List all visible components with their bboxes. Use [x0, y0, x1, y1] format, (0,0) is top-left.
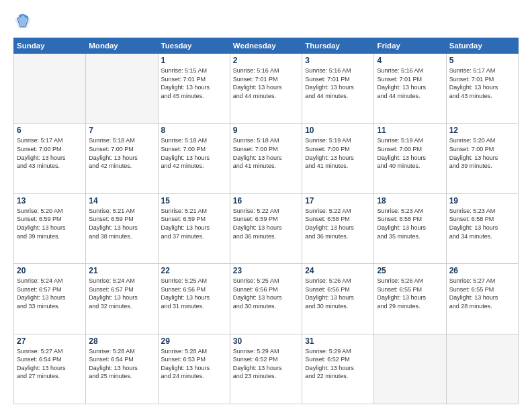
day-cell: 3Sunrise: 5:16 AM Sunset: 7:01 PM Daylig…: [302, 54, 374, 124]
day-info: Sunrise: 5:29 AM Sunset: 6:52 PM Dayligh…: [233, 347, 299, 381]
day-cell: [14, 54, 86, 124]
day-info: Sunrise: 5:22 AM Sunset: 6:58 PM Dayligh…: [305, 207, 371, 240]
logo-icon: [13, 12, 32, 31]
day-cell: 12Sunrise: 5:20 AM Sunset: 7:00 PM Dayli…: [446, 124, 518, 193]
weekday-header-tuesday: Tuesday: [158, 38, 230, 54]
day-number: 24: [305, 266, 371, 275]
week-row-4: 20Sunrise: 5:24 AM Sunset: 6:57 PM Dayli…: [14, 264, 519, 334]
day-number: 19: [449, 196, 515, 205]
day-info: Sunrise: 5:19 AM Sunset: 7:00 PM Dayligh…: [305, 136, 371, 170]
day-info: Sunrise: 5:19 AM Sunset: 7:00 PM Dayligh…: [377, 136, 443, 170]
day-info: Sunrise: 5:26 AM Sunset: 6:55 PM Dayligh…: [377, 277, 443, 310]
weekday-header-monday: Monday: [86, 38, 158, 54]
week-row-3: 13Sunrise: 5:20 AM Sunset: 6:59 PM Dayli…: [14, 193, 519, 263]
day-info: Sunrise: 5:23 AM Sunset: 6:58 PM Dayligh…: [377, 207, 443, 240]
day-number: 9: [233, 126, 299, 135]
day-info: Sunrise: 5:25 AM Sunset: 6:56 PM Dayligh…: [161, 277, 227, 310]
week-row-5: 27Sunrise: 5:27 AM Sunset: 6:54 PM Dayli…: [14, 334, 519, 404]
weekday-header-friday: Friday: [374, 38, 446, 54]
day-number: 17: [305, 196, 371, 205]
day-cell: 31Sunrise: 5:29 AM Sunset: 6:52 PM Dayli…: [302, 334, 374, 404]
day-info: Sunrise: 5:20 AM Sunset: 7:00 PM Dayligh…: [449, 136, 515, 170]
weekday-header-wednesday: Wednesday: [230, 38, 302, 54]
day-info: Sunrise: 5:24 AM Sunset: 6:57 PM Dayligh…: [17, 277, 83, 310]
day-info: Sunrise: 5:16 AM Sunset: 7:01 PM Dayligh…: [305, 66, 371, 100]
day-cell: 4Sunrise: 5:16 AM Sunset: 7:01 PM Daylig…: [374, 54, 446, 124]
calendar-table: SundayMondayTuesdayWednesdayThursdayFrid…: [13, 38, 519, 404]
day-info: Sunrise: 5:16 AM Sunset: 7:01 PM Dayligh…: [233, 66, 299, 100]
day-number: 22: [161, 266, 227, 275]
day-cell: 6Sunrise: 5:17 AM Sunset: 7:00 PM Daylig…: [14, 124, 86, 193]
day-cell: 9Sunrise: 5:18 AM Sunset: 7:00 PM Daylig…: [230, 124, 302, 193]
day-number: 14: [89, 196, 154, 205]
day-cell: 26Sunrise: 5:27 AM Sunset: 6:55 PM Dayli…: [446, 264, 518, 334]
day-cell: 29Sunrise: 5:28 AM Sunset: 6:53 PM Dayli…: [158, 334, 230, 404]
day-cell: 15Sunrise: 5:21 AM Sunset: 6:59 PM Dayli…: [158, 193, 230, 263]
day-cell: 22Sunrise: 5:25 AM Sunset: 6:56 PM Dayli…: [158, 264, 230, 334]
day-info: Sunrise: 5:15 AM Sunset: 7:01 PM Dayligh…: [161, 66, 227, 100]
day-info: Sunrise: 5:26 AM Sunset: 6:56 PM Dayligh…: [305, 277, 371, 310]
day-number: 2: [233, 56, 299, 65]
day-cell: 8Sunrise: 5:18 AM Sunset: 7:00 PM Daylig…: [158, 124, 230, 193]
day-number: 15: [161, 196, 227, 205]
day-number: 23: [233, 266, 299, 275]
day-number: 18: [377, 196, 443, 205]
day-cell: 21Sunrise: 5:24 AM Sunset: 6:57 PM Dayli…: [86, 264, 158, 334]
day-info: Sunrise: 5:18 AM Sunset: 7:00 PM Dayligh…: [161, 136, 227, 170]
day-cell: 18Sunrise: 5:23 AM Sunset: 6:58 PM Dayli…: [374, 193, 446, 263]
day-cell: 1Sunrise: 5:15 AM Sunset: 7:01 PM Daylig…: [158, 54, 230, 124]
day-cell: 17Sunrise: 5:22 AM Sunset: 6:58 PM Dayli…: [302, 193, 374, 263]
logo: [13, 12, 35, 31]
day-cell: 28Sunrise: 5:28 AM Sunset: 6:54 PM Dayli…: [86, 334, 158, 404]
day-number: 1: [161, 56, 227, 65]
day-info: Sunrise: 5:20 AM Sunset: 6:59 PM Dayligh…: [17, 207, 83, 240]
day-number: 20: [17, 266, 83, 275]
header: [13, 12, 519, 31]
day-info: Sunrise: 5:23 AM Sunset: 6:58 PM Dayligh…: [449, 207, 515, 240]
day-info: Sunrise: 5:21 AM Sunset: 6:59 PM Dayligh…: [89, 207, 154, 240]
day-number: 28: [89, 336, 154, 346]
day-cell: 2Sunrise: 5:16 AM Sunset: 7:01 PM Daylig…: [230, 54, 302, 124]
day-info: Sunrise: 5:17 AM Sunset: 7:01 PM Dayligh…: [449, 66, 515, 100]
day-info: Sunrise: 5:18 AM Sunset: 7:00 PM Dayligh…: [233, 136, 299, 170]
day-number: 21: [89, 266, 154, 275]
day-cell: 19Sunrise: 5:23 AM Sunset: 6:58 PM Dayli…: [446, 193, 518, 263]
day-info: Sunrise: 5:29 AM Sunset: 6:52 PM Dayligh…: [305, 347, 371, 381]
day-info: Sunrise: 5:27 AM Sunset: 6:55 PM Dayligh…: [449, 277, 515, 310]
day-cell: 10Sunrise: 5:19 AM Sunset: 7:00 PM Dayli…: [302, 124, 374, 193]
day-cell: 7Sunrise: 5:18 AM Sunset: 7:00 PM Daylig…: [86, 124, 158, 193]
day-info: Sunrise: 5:18 AM Sunset: 7:00 PM Dayligh…: [89, 136, 154, 170]
weekday-header-row: SundayMondayTuesdayWednesdayThursdayFrid…: [14, 38, 519, 54]
day-cell: 20Sunrise: 5:24 AM Sunset: 6:57 PM Dayli…: [14, 264, 86, 334]
day-info: Sunrise: 5:28 AM Sunset: 6:54 PM Dayligh…: [89, 347, 154, 381]
day-number: 12: [449, 126, 515, 135]
day-cell: 14Sunrise: 5:21 AM Sunset: 6:59 PM Dayli…: [86, 193, 158, 263]
day-number: 5: [449, 56, 515, 65]
day-info: Sunrise: 5:27 AM Sunset: 6:54 PM Dayligh…: [17, 347, 83, 381]
day-number: 6: [17, 126, 83, 135]
day-number: 7: [89, 126, 154, 135]
day-cell: 24Sunrise: 5:26 AM Sunset: 6:56 PM Dayli…: [302, 264, 374, 334]
day-number: 26: [449, 266, 515, 275]
day-number: 11: [377, 126, 443, 135]
day-number: 8: [161, 126, 227, 135]
day-info: Sunrise: 5:22 AM Sunset: 6:59 PM Dayligh…: [233, 207, 299, 240]
day-cell: [86, 54, 158, 124]
day-info: Sunrise: 5:28 AM Sunset: 6:53 PM Dayligh…: [161, 347, 227, 381]
day-cell: 25Sunrise: 5:26 AM Sunset: 6:55 PM Dayli…: [374, 264, 446, 334]
day-cell: 23Sunrise: 5:25 AM Sunset: 6:56 PM Dayli…: [230, 264, 302, 334]
day-info: Sunrise: 5:16 AM Sunset: 7:01 PM Dayligh…: [377, 66, 443, 100]
day-number: 29: [161, 336, 227, 346]
day-number: 13: [17, 196, 83, 205]
page: SundayMondayTuesdayWednesdayThursdayFrid…: [0, 0, 532, 411]
weekday-header-sunday: Sunday: [14, 38, 86, 54]
day-cell: 5Sunrise: 5:17 AM Sunset: 7:01 PM Daylig…: [446, 54, 518, 124]
day-cell: [446, 334, 518, 404]
day-number: 27: [17, 336, 83, 346]
day-cell: 30Sunrise: 5:29 AM Sunset: 6:52 PM Dayli…: [230, 334, 302, 404]
day-number: 16: [233, 196, 299, 205]
day-info: Sunrise: 5:17 AM Sunset: 7:00 PM Dayligh…: [17, 136, 83, 170]
weekday-header-thursday: Thursday: [302, 38, 374, 54]
day-cell: 13Sunrise: 5:20 AM Sunset: 6:59 PM Dayli…: [14, 193, 86, 263]
day-info: Sunrise: 5:21 AM Sunset: 6:59 PM Dayligh…: [161, 207, 227, 240]
